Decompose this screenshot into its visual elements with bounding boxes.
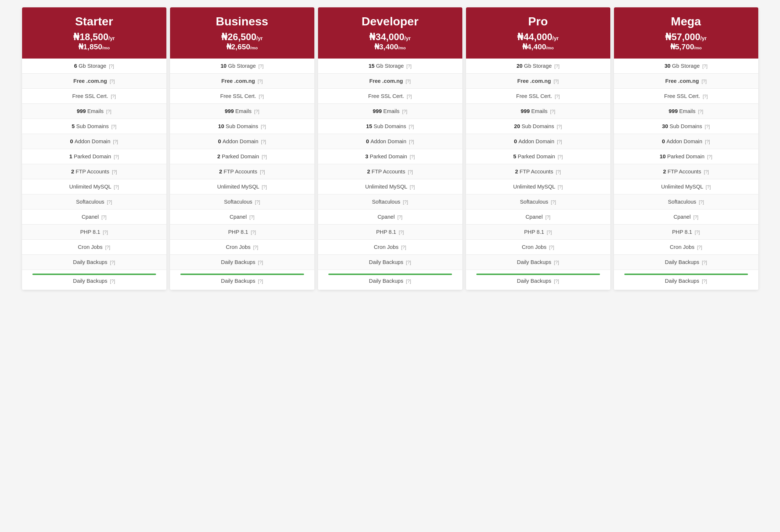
feature-num: 0 (366, 138, 370, 144)
feature-item: Cpanel [?] (318, 209, 462, 225)
info-icon: [?] (103, 230, 108, 235)
info-icon: [?] (698, 109, 703, 114)
info-icon: [?] (406, 260, 411, 265)
info-icon: [?] (261, 124, 266, 129)
feature-item: 10 Gb Storage [?] (170, 59, 314, 74)
feature-item: 6 Gb Storage [?] (22, 59, 166, 74)
plan-price-mo: ₦2,650/mo (174, 42, 311, 51)
plan-footer: Daily Backups [?] (466, 270, 610, 290)
feature-item: Unlimited MySQL [?] (170, 179, 314, 194)
plan-features-list: 15 Gb Storage [?]Free .com.ng [?]Free SS… (318, 59, 462, 270)
plan-price-yr: ₦34,000/yr (322, 31, 459, 42)
feature-num: 2 (71, 169, 75, 175)
plan-price-yr: ₦18,500/yr (26, 31, 163, 42)
feature-item: Unlimited MySQL [?] (614, 179, 758, 194)
info-icon: [?] (105, 245, 110, 250)
feature-num: 0 (70, 138, 74, 144)
info-icon: [?] (397, 215, 402, 220)
plan-price-yr: ₦26,500/yr (174, 31, 311, 42)
plan-name: Starter (26, 15, 163, 28)
feature-item: 2 FTP Accounts [?] (318, 164, 462, 179)
info-icon: [?] (249, 215, 254, 220)
plan-header: Developer₦34,000/yr₦3,400/mo (318, 7, 462, 59)
feature-item: 1 Parked Domain [?] (22, 149, 166, 164)
plan-price-yr: ₦44,000/yr (470, 31, 607, 42)
info-icon: [?] (258, 279, 263, 284)
feature-item: Cron Jobs [?] (170, 240, 314, 255)
feature-num: 3 (365, 154, 370, 159)
info-icon: [?] (258, 79, 263, 84)
green-bar (180, 274, 304, 275)
info-icon: [?] (406, 79, 411, 84)
plan-header: Business₦26,500/yr₦2,650/mo (170, 7, 314, 59)
feature-item: Free SSL Cert. [?] (318, 89, 462, 104)
feature-item: 10 Parked Domain [?] (614, 149, 758, 164)
info-icon: [?] (109, 64, 114, 69)
info-icon: [?] (262, 184, 267, 190)
feature-num: 20 (514, 123, 522, 129)
plan-name: Business (174, 15, 311, 28)
feature-num: 5 (72, 123, 76, 129)
feature-item: 0 Addon Domain [?] (22, 134, 166, 149)
feature-item: 2 FTP Accounts [?] (22, 164, 166, 179)
info-icon: [?] (110, 260, 115, 265)
feature-item: Daily Backups [?] (318, 255, 462, 270)
feature-item: PHP 8.1 [?] (466, 225, 610, 240)
feature-num: 10 (218, 123, 226, 129)
pricing-table: Starter₦18,500/yr₦1,850/mo6 Gb Storage [… (22, 7, 758, 290)
plan-name: Mega (618, 15, 755, 28)
feature-item: Free .com.ng [?] (614, 74, 758, 89)
feature-num: 999 (521, 108, 532, 114)
feature-num: 15 (368, 63, 376, 69)
info-icon: [?] (401, 245, 406, 250)
info-icon: [?] (261, 139, 266, 144)
info-icon: [?] (554, 79, 559, 84)
feature-item: 2 Parked Domain [?] (170, 149, 314, 164)
footer-feature: Daily Backups [?] (27, 278, 161, 284)
plan-card: Developer₦34,000/yr₦3,400/mo15 Gb Storag… (318, 7, 462, 290)
info-icon: [?] (704, 169, 709, 175)
green-bar (624, 274, 748, 275)
info-icon: [?] (399, 230, 404, 235)
feature-text-bold: Free .com.ng (73, 78, 109, 84)
feature-item: 999 Emails [?] (318, 104, 462, 119)
info-icon: [?] (703, 94, 708, 99)
feature-item: 30 Gb Storage [?] (614, 59, 758, 74)
plan-price-yr: ₦57,000/yr (618, 31, 755, 42)
feature-num: 999 (373, 108, 384, 114)
plan-footer: Daily Backups [?] (614, 270, 758, 290)
footer-feature: Daily Backups [?] (175, 278, 309, 284)
feature-item: Cron Jobs [?] (614, 240, 758, 255)
info-icon: [?] (557, 124, 562, 129)
info-icon: [?] (106, 109, 112, 114)
info-icon: [?] (258, 260, 263, 265)
feature-item: 20 Gb Storage [?] (466, 59, 610, 74)
feature-num: 2 (217, 154, 222, 159)
feature-item: Free SSL Cert. [?] (22, 89, 166, 104)
feature-item: 15 Gb Storage [?] (318, 59, 462, 74)
info-icon: [?] (253, 245, 258, 250)
feature-item: PHP 8.1 [?] (170, 225, 314, 240)
feature-num: 10 (220, 63, 228, 69)
info-icon: [?] (554, 260, 559, 265)
feature-item: 2 FTP Accounts [?] (614, 164, 758, 179)
feature-item: 2 FTP Accounts [?] (170, 164, 314, 179)
info-icon: [?] (702, 64, 707, 69)
feature-item: Cron Jobs [?] (22, 240, 166, 255)
feature-item: 999 Emails [?] (170, 104, 314, 119)
feature-num: 999 (77, 108, 88, 114)
feature-item: Cpanel [?] (22, 209, 166, 225)
info-icon: [?] (114, 154, 119, 159)
feature-num: 30 (664, 63, 672, 69)
info-icon: [?] (556, 169, 561, 175)
info-icon: [?] (547, 230, 552, 235)
feature-item: Free SSL Cert. [?] (170, 89, 314, 104)
info-icon: [?] (693, 215, 698, 220)
feature-item: Free .com.ng [?] (22, 74, 166, 89)
info-icon: [?] (554, 279, 559, 284)
feature-item: Cron Jobs [?] (466, 240, 610, 255)
info-icon: [?] (114, 184, 119, 190)
plan-features-list: 20 Gb Storage [?]Free .com.ng [?]Free SS… (466, 59, 610, 270)
info-icon: [?] (551, 200, 556, 205)
plan-name: Developer (322, 15, 459, 28)
